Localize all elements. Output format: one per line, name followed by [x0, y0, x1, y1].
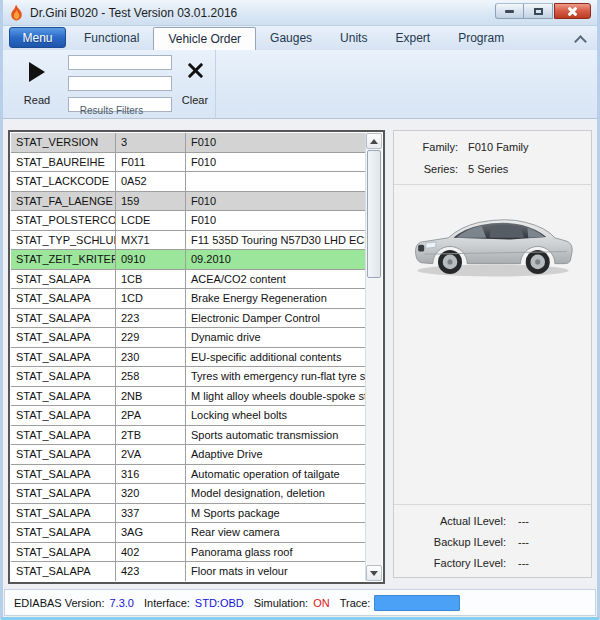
tab-vehicle-order[interactable]: Vehicle Order	[153, 27, 256, 50]
ilevel-section: Actual ILevel: --- Backup ILevel: --- Fa…	[394, 504, 591, 577]
title-bar: Dr.Gini B020 - Test Version 03.01.2016	[0, 0, 600, 26]
results-filters-group: Read Clear Results Filters	[8, 50, 216, 118]
status-value: ON	[313, 597, 330, 609]
cell-value: 337	[116, 504, 186, 524]
table-row[interactable]: STAT_POLSTERCODE LCDE F010	[11, 211, 365, 231]
family-value: F010 Family	[458, 141, 591, 153]
tab-functional[interactable]: Functional	[70, 26, 153, 50]
cell-description: F010	[186, 133, 365, 153]
table-row[interactable]: STAT_SALAPA 2TB Sports automatic transmi…	[11, 426, 365, 446]
close-button[interactable]	[554, 3, 591, 19]
tab-program[interactable]: Program	[444, 26, 518, 50]
cell-description: Electronic Damper Control	[186, 309, 365, 329]
scrollbar-track[interactable]	[366, 278, 382, 565]
ribbon: Read Clear Results Filters	[3, 50, 597, 119]
scroll-up-icon	[370, 139, 378, 144]
scrollbar-thumb[interactable]	[367, 150, 381, 278]
table-row[interactable]: STAT_SALAPA 230 EU-specific additional c…	[11, 348, 365, 368]
cell-name: STAT_FA_LAENGE	[11, 192, 116, 212]
scroll-up-button[interactable]	[366, 133, 382, 149]
table-row[interactable]: STAT_SALAPA 1CD Brake Energy Regeneratio…	[11, 289, 365, 309]
table-row[interactable]: STAT_TYP_SCHLUES... MX71 F11 535D Tourin…	[11, 231, 365, 251]
cell-value: 1CB	[116, 270, 186, 290]
table-row[interactable]: STAT_SALAPA 316 Automatic operation of t…	[11, 465, 365, 485]
close-icon	[567, 6, 578, 17]
vertical-scrollbar[interactable]	[365, 133, 382, 581]
ilevel-label: Factory ILevel:	[394, 557, 506, 569]
cell-value: MX71	[116, 231, 186, 251]
read-button[interactable]: Read	[12, 53, 62, 110]
table-row[interactable]: STAT_BAUREIHE F011 F010	[11, 153, 365, 173]
filter-input-2[interactable]	[68, 76, 172, 91]
table-row[interactable]: STAT_FA_LAENGE 159 F010	[11, 192, 365, 212]
table-row[interactable]: STAT_VERSION 3 F010	[11, 133, 365, 153]
cell-description: EU-specific additional contents	[186, 348, 365, 368]
cell-value: 2NB	[116, 387, 186, 407]
cell-description: Tyres with emergency run-flat tyre sy...	[186, 367, 365, 387]
cell-name: STAT_SALAPA	[11, 445, 116, 465]
status-label: Interface:	[144, 597, 190, 609]
status-segment: Simulation: ON	[254, 597, 330, 609]
cell-value: 258	[116, 367, 186, 387]
cell-description: Dynamic drive	[186, 328, 365, 348]
cell-value: 2VA	[116, 445, 186, 465]
cell-value: 402	[116, 543, 186, 563]
tab-gauges[interactable]: Gauges	[256, 26, 326, 50]
cell-value: 0910	[116, 250, 186, 270]
scroll-down-button[interactable]	[366, 565, 382, 581]
table-row[interactable]: STAT_SALAPA 2PA Locking wheel bolts	[11, 406, 365, 426]
table-row[interactable]: STAT_SALAPA 402 Panorama glass roof	[11, 543, 365, 563]
cell-value: 3AG	[116, 523, 186, 543]
ilevel-value: ---	[506, 557, 591, 569]
cell-value: 230	[116, 348, 186, 368]
cell-name: STAT_SALAPA	[11, 562, 116, 581]
cell-value: 2TB	[116, 426, 186, 446]
vehicle-image	[407, 199, 579, 287]
ilevel-row: Actual ILevel: ---	[394, 515, 591, 527]
ribbon-collapse-icon[interactable]	[576, 34, 585, 43]
cell-name: STAT_SALAPA	[11, 523, 116, 543]
status-segment: EDIABAS Version: 7.3.0	[14, 597, 134, 609]
status-label: Trace:	[340, 597, 371, 609]
table-row[interactable]: STAT_LACKCODE 0A52	[11, 172, 365, 192]
table-row[interactable]: STAT_SALAPA 337 M Sports package	[11, 504, 365, 524]
cell-value: F011	[116, 153, 186, 173]
table-row[interactable]: STAT_SALAPA 2NB M light alloy wheels dou…	[11, 387, 365, 407]
cell-name: STAT_BAUREIHE	[11, 153, 116, 173]
table-row[interactable]: STAT_SALAPA 229 Dynamic drive	[11, 328, 365, 348]
maximize-button[interactable]	[524, 3, 553, 19]
cell-value: 159	[116, 192, 186, 212]
table-row[interactable]: STAT_SALAPA 258 Tyres with emergency run…	[11, 367, 365, 387]
read-play-icon	[29, 62, 45, 82]
ilevel-value: ---	[506, 536, 591, 548]
vehicle-image-area	[394, 185, 591, 504]
tab-expert[interactable]: Expert	[381, 26, 444, 50]
table-row[interactable]: STAT_SALAPA 2VA Adaptive Drive	[11, 445, 365, 465]
cell-value: 3	[116, 133, 186, 153]
table-row[interactable]: STAT_SALAPA 3AG Rear view camera	[11, 523, 365, 543]
results-grid-rows: STAT_VERSION 3 F010 STAT_BAUREIHE F011 F…	[11, 133, 365, 581]
cell-value: 1CD	[116, 289, 186, 309]
cell-description: Panorama glass roof	[186, 543, 365, 563]
cell-description: Model designation, deletion	[186, 484, 365, 504]
table-row[interactable]: STAT_ZEIT_KRITERI... 0910 09.2010	[11, 250, 365, 270]
cell-description: 09.2010	[186, 250, 365, 270]
cell-name: STAT_SALAPA	[11, 309, 116, 329]
tab-units[interactable]: Units	[326, 26, 381, 50]
minimize-icon	[505, 10, 514, 13]
vehicle-panel: Family: F010 Family Series: 5 Series	[393, 130, 592, 578]
cell-description: Adaptive Drive	[186, 445, 365, 465]
menu-button[interactable]: Menu	[9, 27, 66, 48]
filter-input-1[interactable]	[68, 55, 172, 70]
cell-description: F010	[186, 192, 365, 212]
table-row[interactable]: STAT_SALAPA 320 Model designation, delet…	[11, 484, 365, 504]
ilevel-row: Backup ILevel: ---	[394, 536, 591, 548]
cell-description: Automatic operation of tailgate	[186, 465, 365, 485]
cell-name: STAT_SALAPA	[11, 387, 116, 407]
table-row[interactable]: STAT_SALAPA 1CB ACEA/CO2 content	[11, 270, 365, 290]
clear-button[interactable]: Clear	[173, 53, 217, 110]
minimize-button[interactable]	[495, 3, 524, 19]
table-row[interactable]: STAT_SALAPA 223 Electronic Damper Contro…	[11, 309, 365, 329]
table-row[interactable]: STAT_SALAPA 423 Floor mats in velour	[11, 562, 365, 581]
cell-name: STAT_SALAPA	[11, 484, 116, 504]
